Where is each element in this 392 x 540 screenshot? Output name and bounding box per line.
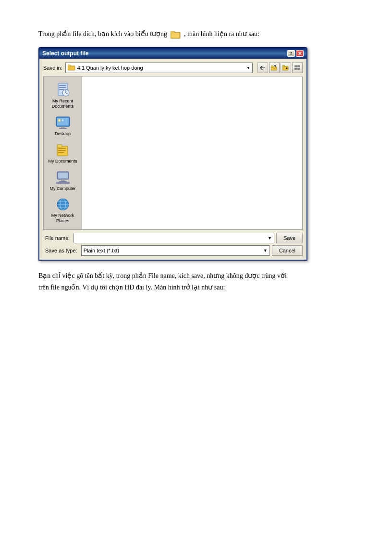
cancel-button[interactable]: Cancel xyxy=(272,245,303,256)
svg-rect-25 xyxy=(57,145,62,147)
mynetwork-label: My NetworkPlaces xyxy=(51,213,74,224)
filename-dropdown-arrow: ▼ xyxy=(268,236,272,240)
save-in-folder-icon xyxy=(68,64,75,72)
filename-label: File name: xyxy=(43,234,72,242)
mycomputer-label: My Computer xyxy=(49,186,75,191)
svg-rect-21 xyxy=(59,128,67,129)
outro-line1: Bạn chỉ việc gõ tên bất kỳ, trong phần F… xyxy=(38,272,287,279)
svg-rect-16 xyxy=(59,89,64,90)
mynetwork-icon xyxy=(55,197,71,212)
svg-rect-6 xyxy=(271,66,273,67)
svg-rect-27 xyxy=(58,150,66,151)
svg-rect-10 xyxy=(297,65,300,67)
intro-paragraph: Trong phần file đích, bạn kích vào biểu … xyxy=(38,29,354,39)
intro-text-before: Trong phần file đích, bạn kích vào biểu … xyxy=(38,30,167,38)
svg-rect-9 xyxy=(294,65,297,67)
sidebar-item-desktop[interactable]: Desktop xyxy=(46,113,80,138)
save-in-label: Save in: xyxy=(43,65,62,71)
sidebar-item-mydocs[interactable]: My Documents xyxy=(46,140,80,166)
save-in-row: Save in: 4.1 Quan ly ky ket hop dong ▼ xyxy=(43,63,303,73)
save-type-value: Plain text (*.txt) xyxy=(84,248,120,253)
help-button[interactable]: ? xyxy=(287,50,295,57)
svg-rect-2 xyxy=(171,33,180,38)
save-type-label: Save as type: xyxy=(43,247,79,254)
filename-row: File name: ▼ Save xyxy=(43,233,303,243)
close-button[interactable]: ✕ xyxy=(296,50,304,57)
svg-rect-4 xyxy=(68,65,71,67)
svg-rect-32 xyxy=(59,181,67,182)
select-output-file-dialog: Select output file ? ✕ Save in: 4.1 Quan… xyxy=(38,47,307,261)
save-in-dropdown[interactable]: 4.1 Quan ly ky ket hop dong ▼ xyxy=(65,63,253,73)
svg-rect-28 xyxy=(58,152,64,153)
save-in-value: 4.1 Quan ly ky ket hop dong xyxy=(77,65,143,71)
svg-rect-23 xyxy=(61,119,64,122)
mydocs-label: My Documents xyxy=(48,159,77,164)
left-panel: My RecentDocuments xyxy=(43,76,82,230)
svg-rect-26 xyxy=(58,148,66,149)
svg-rect-15 xyxy=(59,87,66,88)
svg-rect-8 xyxy=(282,65,285,67)
save-type-dropdown[interactable]: Plain text (*.txt) ▼ xyxy=(81,245,270,256)
filename-input[interactable]: ▼ xyxy=(74,233,274,243)
svg-rect-22 xyxy=(58,119,61,122)
svg-rect-31 xyxy=(61,179,65,181)
svg-rect-20 xyxy=(61,126,65,128)
svg-rect-14 xyxy=(59,85,66,86)
up-folder-button[interactable] xyxy=(269,63,280,73)
new-folder-button[interactable] xyxy=(281,63,291,73)
sidebar-item-mynetwork[interactable]: My NetworkPlaces xyxy=(46,195,80,226)
desktop-icon xyxy=(55,115,71,130)
save-button[interactable]: Save xyxy=(276,233,303,243)
dialog-titlebar: Select output file ? ✕ xyxy=(39,48,306,59)
outro-paragraph: Bạn chỉ việc gõ tên bất kỳ, trong phần F… xyxy=(38,270,354,293)
toolbar-buttons xyxy=(257,63,303,73)
sidebar-item-mycomputer[interactable]: My Computer xyxy=(46,168,80,193)
folder-icon-inline xyxy=(171,30,181,39)
recent-docs-icon xyxy=(55,82,71,98)
svg-rect-33 xyxy=(56,182,70,184)
main-area: My RecentDocuments xyxy=(43,76,303,230)
views-button[interactable] xyxy=(292,63,303,73)
recent-docs-label: My RecentDocuments xyxy=(52,99,74,109)
save-in-arrow: ▼ xyxy=(246,66,250,70)
save-type-arrow: ▼ xyxy=(263,248,268,253)
file-list-area[interactable] xyxy=(82,76,303,230)
dialog-body: Save in: 4.1 Quan ly ky ket hop dong ▼ xyxy=(39,59,306,260)
outro-line2: trên file nguồn. Ví dụ tôi chọn HD đai l… xyxy=(38,284,225,291)
back-button[interactable] xyxy=(257,63,268,73)
svg-rect-11 xyxy=(294,68,297,70)
svg-rect-30 xyxy=(58,173,68,178)
intro-text-after: , màn hình hiện ra như sau: xyxy=(184,30,259,38)
mydocs-icon xyxy=(55,142,71,158)
dialog-title: Select output file xyxy=(42,50,89,57)
mycomputer-icon xyxy=(55,170,71,185)
desktop-label: Desktop xyxy=(55,131,71,137)
svg-rect-12 xyxy=(297,68,300,70)
save-type-row: Save as type: Plain text (*.txt) ▼ Cance… xyxy=(43,245,303,256)
sidebar-item-recent[interactable]: My RecentDocuments xyxy=(46,80,80,111)
dialog-controls: ? ✕ xyxy=(287,50,304,57)
